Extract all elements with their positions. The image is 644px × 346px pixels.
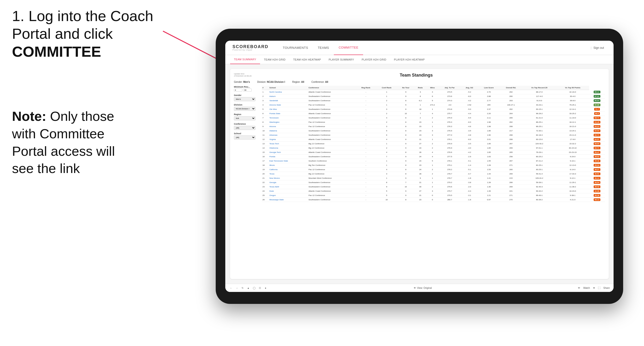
nav-committee[interactable]: COMMITTEE (334, 41, 363, 55)
nav-teams[interactable]: TEAMS (313, 41, 334, 55)
sign-out-area: | Sign out (588, 46, 606, 49)
school-side-select[interactable]: (All) (234, 136, 256, 140)
cell-school[interactable]: Vanderbilt (269, 98, 308, 103)
fullscreen-icon[interactable]: ⛶ (598, 287, 600, 289)
watch-label[interactable]: Watch (583, 287, 590, 289)
cell-vs-top50: 48.38 (589, 193, 605, 197)
cell-conference: Big Ten Conference (308, 163, 356, 167)
cell-avg-sg: 1.85 (478, 150, 500, 154)
cell-wins: 3 (426, 129, 438, 133)
sign-out-link[interactable]: Sign out (594, 46, 604, 49)
cell-avg-sg: 1.44 (478, 172, 500, 176)
cell-vs-top50: 48.13 (589, 197, 605, 202)
cell-low-score: 264 (500, 111, 522, 116)
refresh-icon[interactable]: ↻ (241, 286, 244, 290)
share-icon-toolbar[interactable]: ▲ (246, 286, 250, 290)
cell-school[interactable]: Oklahoma (269, 146, 308, 150)
cell-school[interactable]: East Tennessee State (269, 159, 308, 163)
cell-rank: 13 (262, 141, 269, 146)
update-time-value: 27/03/2024 16:56:26 (234, 75, 252, 77)
cell-school[interactable]: Florida (269, 154, 308, 159)
cell-vs-top50: 59.47 (589, 150, 605, 154)
col-rank: # (262, 86, 269, 90)
cell-school[interactable]: Tennessee (269, 116, 308, 120)
subnav-player-summary[interactable]: PLAYER SUMMARY (325, 55, 358, 64)
cell-par: -5.0 (461, 107, 478, 111)
cell-school[interactable]: Arizona (269, 124, 308, 129)
cell-reg-rank: - (356, 103, 376, 107)
cell-school[interactable]: Auburn (269, 94, 308, 98)
cell-overall: 117-4-0 (522, 94, 556, 98)
cell-school[interactable]: Texas Tech (269, 141, 308, 146)
cell-school[interactable]: Washington (269, 120, 308, 124)
cell-adj-par: 278.2 (438, 167, 461, 172)
cell-avg-sg: 0.97 (478, 197, 500, 202)
cell-wins: 6 (426, 94, 438, 98)
view-original-label[interactable]: View: Original (417, 287, 432, 289)
min-rounds-label: Minimum Rou... (234, 86, 258, 88)
cell-rank: 14 (262, 146, 269, 150)
cell-school[interactable]: Texas A&M (269, 184, 308, 189)
cell-school[interactable]: Texas (269, 172, 308, 176)
cell-vs-top50: 86.64 (589, 98, 605, 103)
grid-icon[interactable]: ☷ (258, 286, 262, 290)
cell-school[interactable]: Alabama (269, 129, 308, 133)
min-rounds-inputs (234, 89, 258, 92)
subnav-team-summary[interactable]: TEAM SUMMARY (230, 55, 260, 64)
division-side-select[interactable]: NCAA Division I (234, 107, 256, 111)
cell-avg-sg: 1.85 (478, 141, 500, 146)
sub-nav: TEAM SUMMARY TEAM H2H GRID TEAM H2H HEAT… (225, 55, 614, 64)
gender-side-select[interactable]: Men's (234, 97, 256, 101)
cell-avg-sg: 1.98 (478, 120, 500, 124)
subnav-team-h2h-heatmap[interactable]: TEAM H2H HEATMAP (289, 55, 325, 64)
cell-reg-rank: - (356, 94, 376, 98)
conference-side-select[interactable]: (All) (234, 126, 256, 130)
cell-par: -3.5 (461, 129, 478, 133)
cell-school[interactable]: Ole Miss (269, 107, 308, 111)
bookmark-icon[interactable]: ◯ (252, 286, 256, 290)
cell-low-score: 267 (500, 159, 522, 163)
cell-school[interactable]: Florida State (269, 111, 308, 116)
cell-rnds: 7 (414, 111, 426, 116)
cell-school[interactable]: Arizona State (269, 103, 308, 107)
cell-conference: Atlantic Coast Conference (308, 189, 356, 193)
cell-school[interactable]: North Carolina (269, 90, 308, 94)
cell-avg-sg: 1.86 (478, 129, 500, 133)
cell-wins: 1 (426, 137, 438, 141)
cell-vs-top50: 87.21 (589, 94, 605, 98)
cell-school[interactable]: New Mexico (269, 176, 308, 180)
min-rounds-max[interactable] (243, 89, 252, 92)
forward-icon[interactable]: → (235, 286, 239, 290)
subnav-player-h2h-heatmap[interactable]: PLAYER H2H HEATMAP (390, 55, 428, 64)
table-title: Team Standings (252, 73, 581, 78)
cell-school[interactable]: Georgia Tech (269, 150, 308, 154)
cell-conference: Pac-12 Conference (308, 124, 356, 129)
cell-adj-par: 276.3 (438, 120, 461, 124)
eye-icon: 👁 (414, 287, 416, 289)
subnav-player-h2h-grid[interactable]: PLAYER H2H GRID (358, 55, 390, 64)
region-side-select[interactable]: N/A (234, 116, 256, 120)
cell-school[interactable]: Duke (269, 189, 308, 193)
cell-low-score: 265 (500, 150, 522, 154)
cell-school[interactable]: Arkansas (269, 133, 308, 137)
cell-overall: 97-01-1 (522, 146, 556, 150)
min-rounds-min[interactable] (234, 89, 242, 92)
cell-wins: 3 (426, 133, 438, 137)
back-icon[interactable]: ← (229, 286, 233, 290)
subnav-team-h2h-grid[interactable]: TEAM H2H GRID (260, 55, 289, 64)
cell-vs-top25: 9-10-1 (556, 159, 589, 163)
nav-tournaments[interactable]: TOURNAMENTS (278, 41, 313, 55)
cell-school[interactable]: Mississippi State (269, 197, 308, 202)
cell-vs-top50: 48.42 (589, 184, 605, 189)
cell-school[interactable]: Virginia (269, 137, 308, 141)
cell-school[interactable]: Illinois (269, 163, 308, 167)
cell-adj-par: 277.0 (438, 133, 461, 137)
clock-icon[interactable]: ● (264, 286, 268, 290)
cell-no-tour: 8 (398, 167, 414, 172)
cell-school[interactable]: Georgia (269, 180, 308, 184)
share-label[interactable]: Share (603, 287, 610, 289)
cell-reg-rank: - (356, 189, 376, 193)
cell-school[interactable]: Oregon (269, 193, 308, 197)
cell-school[interactable]: California (269, 167, 308, 172)
cell-par: -6.0 (461, 94, 478, 98)
